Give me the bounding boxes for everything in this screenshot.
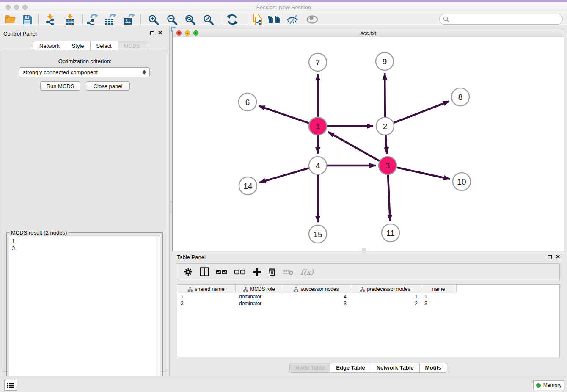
- network-canvas[interactable]: 7968124314101511: [173, 37, 564, 251]
- session-title: Session: New Session: [0, 4, 567, 11]
- table-row[interactable]: 1dominator411: [177, 293, 559, 300]
- control-panel-title: Control Panel: [3, 30, 37, 37]
- search-icon: [443, 16, 449, 22]
- column-header[interactable]: shared name: [177, 285, 236, 293]
- node-table[interactable]: shared nameMCDS rolesuccessor nodesprede…: [177, 284, 560, 357]
- svg-text:1: 1: [316, 122, 320, 131]
- network-view-window: ✕ − + scc.txt 7968124314101511: [172, 29, 564, 251]
- svg-text:8: 8: [458, 93, 463, 102]
- svg-text:6: 6: [245, 98, 250, 107]
- network-window-titlebar[interactable]: ✕ − + scc.txt: [173, 29, 564, 37]
- tab-network-table[interactable]: Network Table: [371, 363, 420, 373]
- status-bar: Memory: [0, 376, 567, 392]
- optimization-criterion-select[interactable]: strongly connected component: [19, 67, 150, 77]
- edge-1-6: [259, 106, 309, 123]
- graph-node-9[interactable]: 9: [376, 52, 394, 70]
- refresh-layout-icon[interactable]: [225, 13, 240, 26]
- horizontal-splitter-grip[interactable]: [362, 248, 366, 251]
- graph-node-15[interactable]: 15: [309, 225, 327, 243]
- memory-status-icon: [536, 383, 541, 388]
- graph-node-2[interactable]: 2: [376, 117, 394, 135]
- result-scrollbar[interactable]: [156, 236, 160, 390]
- home-fit-icon[interactable]: [267, 13, 282, 26]
- mcds-result-box[interactable]: 1 3: [9, 236, 160, 391]
- graph-node-8[interactable]: 8: [451, 88, 469, 106]
- table-toolbar: f(x): [177, 263, 560, 280]
- main-titlebar: Session: New Session: [0, 2, 567, 12]
- edge-4-14: [259, 168, 309, 182]
- open-folder-icon[interactable]: [3, 13, 18, 26]
- graph-node-1[interactable]: 1: [309, 117, 327, 135]
- save-session-icon[interactable]: [19, 13, 35, 26]
- svg-text:15: 15: [313, 230, 322, 239]
- tab-node-table[interactable]: Node Table: [289, 363, 330, 373]
- toolbar-separator: [38, 14, 39, 25]
- float-table-panel-icon[interactable]: [548, 255, 552, 259]
- show-columns-icon[interactable]: [200, 266, 209, 277]
- tab-motifs[interactable]: Motifs: [420, 363, 447, 373]
- graph-node-10[interactable]: 10: [453, 173, 471, 190]
- close-panel-icon[interactable]: ✕: [158, 31, 162, 35]
- graph-node-3[interactable]: 3: [379, 157, 396, 174]
- hide-graphics-eye-icon[interactable]: [285, 13, 300, 26]
- select-all-checks-icon[interactable]: [216, 266, 227, 277]
- tab-select[interactable]: Select: [91, 41, 118, 50]
- network-graph[interactable]: 7968124314101511: [173, 37, 564, 251]
- close-table-panel-icon[interactable]: ✕: [556, 255, 560, 259]
- zoom-out-icon[interactable]: [164, 13, 179, 26]
- column-header[interactable]: MCDS role: [236, 285, 283, 293]
- search-input[interactable]: [449, 16, 555, 22]
- export-table-icon[interactable]: [103, 13, 118, 26]
- edge-3-10: [396, 168, 450, 179]
- edge-3-1: [328, 132, 379, 161]
- select-value: strongly connected component: [23, 69, 98, 75]
- import-table-icon[interactable]: [63, 13, 78, 26]
- graph-node-14[interactable]: 14: [239, 177, 257, 195]
- graph-node-4[interactable]: 4: [309, 157, 327, 174]
- tab-style[interactable]: Style: [66, 41, 91, 50]
- svg-text:2: 2: [383, 122, 388, 131]
- edge-2-8: [394, 101, 449, 123]
- clone-network-icon[interactable]: [250, 13, 265, 26]
- graph-node-11[interactable]: 11: [382, 224, 399, 242]
- float-panel-icon[interactable]: [150, 31, 154, 35]
- deselect-all-checks-icon[interactable]: [234, 266, 245, 277]
- import-network-icon[interactable]: [42, 13, 58, 26]
- tab-network[interactable]: Network: [33, 41, 66, 50]
- edge-2-9: [385, 73, 385, 117]
- mcds-result-title: MCDS result (2 nodes): [9, 229, 69, 236]
- select-stepper-icon: [143, 70, 146, 75]
- svg-text:7: 7: [316, 58, 320, 67]
- table-row[interactable]: 3dominator323: [177, 300, 559, 307]
- close-panel-button[interactable]: Close panel: [86, 81, 130, 91]
- column-header[interactable]: predecessor nodes: [350, 285, 421, 293]
- toolbar-separator: [221, 14, 221, 25]
- graph-node-6[interactable]: 6: [239, 93, 256, 111]
- add-row-plus-icon[interactable]: [253, 266, 261, 277]
- table-settings-gear-icon[interactable]: [184, 266, 193, 277]
- graph-node-7[interactable]: 7: [309, 53, 327, 71]
- run-mcds-button[interactable]: Run MCDS: [40, 81, 80, 91]
- mcds-result-text: 1 3: [12, 237, 15, 252]
- column-header[interactable]: successor nodes: [283, 285, 350, 293]
- memory-button[interactable]: Memory: [533, 380, 564, 390]
- mcds-result-group: MCDS result (2 nodes) 1 3: [6, 232, 163, 392]
- column-header[interactable]: name: [421, 285, 457, 293]
- zoom-in-icon[interactable]: [146, 13, 161, 26]
- list-icon: [7, 382, 14, 388]
- svg-text:14: 14: [243, 182, 253, 190]
- search-field[interactable]: [439, 14, 563, 25]
- export-network-icon[interactable]: [85, 13, 100, 26]
- export-image-icon[interactable]: [122, 13, 137, 26]
- zoom-fit-icon[interactable]: [182, 13, 198, 26]
- tab-edge-table[interactable]: Edge Table: [330, 363, 371, 373]
- show-graphics-eye-icon[interactable]: [305, 13, 320, 26]
- tab-mcds[interactable]: MCDS: [118, 41, 146, 50]
- optimization-criterion-label: Optimization criterion:: [3, 58, 167, 64]
- table-panel: Table Panel ✕: [172, 252, 564, 375]
- task-history-button[interactable]: [4, 380, 17, 391]
- zoom-selected-icon[interactable]: [201, 13, 216, 26]
- application-window: Session: New Session: [0, 0, 567, 392]
- main-toolbar: [0, 12, 567, 26]
- delete-trash-icon[interactable]: [268, 266, 276, 277]
